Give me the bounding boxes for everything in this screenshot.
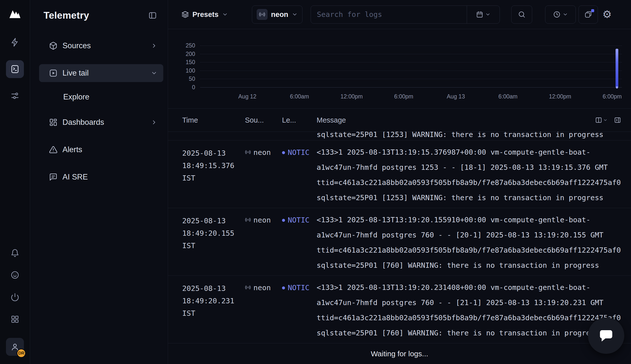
chevron-down-icon (222, 12, 228, 18)
sidebar-item-dashboards[interactable]: Dashboards (39, 114, 163, 131)
x-tick-label: 12:00pm (549, 93, 571, 100)
dashboard-icon (49, 118, 58, 126)
topbar: Presets neon (168, 0, 631, 29)
chevron-down-icon (292, 12, 298, 18)
app-window: DR Telemetry Sources Live tail Explore (0, 0, 631, 364)
live-view-icon (584, 11, 592, 18)
log-table: Time Sou... Le... Message sqlstate=25P01… (168, 109, 631, 364)
sidebar: Telemetry Sources Live tail Explore Dash… (30, 0, 168, 364)
column-header-time[interactable]: Time (182, 116, 245, 124)
column-header-message[interactable]: Message (317, 116, 595, 124)
y-tick-label: 0 (192, 84, 195, 91)
gear-icon: ⚙ (602, 8, 612, 20)
notifications-bell-icon[interactable] (10, 248, 20, 258)
log-level: NOTIC (282, 214, 317, 276)
log-message: <133>1 2025-08-13T13:19:20.231408+00:00 … (317, 280, 621, 343)
sidebar-item-label: AI SRE (63, 172, 157, 182)
level-dot-icon (282, 219, 285, 222)
layers-icon (181, 11, 189, 18)
log-level-name: NOTIC (288, 282, 309, 293)
presets-label: Presets (192, 10, 218, 19)
search-button[interactable] (511, 6, 532, 24)
x-tick-label: Aug 12 (238, 93, 256, 100)
power-icon[interactable] (10, 292, 20, 302)
log-time: 2025-08-13 18:49:15.376 IST (182, 147, 245, 208)
log-time: 2025-08-13 18:49:20.155 IST (182, 214, 245, 276)
sidebar-item-label: Alerts (63, 145, 157, 154)
log-source-name: neon (253, 147, 271, 158)
chevron-down-icon (603, 118, 607, 122)
gridline (200, 70, 622, 71)
chat-widget-button[interactable] (588, 318, 624, 354)
gridline (200, 87, 622, 88)
chevron-down-icon (151, 70, 157, 76)
chart-plot[interactable] (200, 46, 622, 87)
live-view-button[interactable] (578, 6, 598, 24)
sidebar-item-label: Explore (63, 92, 157, 102)
date-range-button[interactable] (467, 6, 500, 23)
log-level: NOTIC (282, 147, 317, 208)
log-source-name: neon (253, 214, 271, 226)
status-bar: Waiting for logs... (168, 343, 631, 364)
log-message: sqlstate=25P01 [1253] WARNING: there is … (317, 132, 631, 140)
app-logo-icon (8, 8, 22, 19)
column-header-source[interactable]: Sou... (245, 116, 282, 124)
log-row[interactable]: 2025-08-13 18:49:20.155 IST neon NOTIC <… (168, 208, 631, 276)
column-header-level[interactable]: Le... (282, 116, 317, 124)
log-source: neon (245, 147, 282, 208)
time-range-button[interactable] (545, 6, 576, 24)
collapse-sidebar-button[interactable] (148, 11, 157, 20)
presets-button[interactable]: Presets (181, 10, 228, 19)
gridline (200, 79, 622, 79)
live-indicator-dot (591, 9, 594, 12)
sidebar-header: Telemetry (30, 0, 168, 21)
search-input[interactable] (311, 6, 467, 23)
main-content: Presets neon (168, 0, 631, 364)
icon-rail: DR (0, 0, 30, 364)
sidebar-item-explore[interactable]: Explore (39, 88, 163, 106)
quickstart-bolt-icon[interactable] (6, 33, 24, 51)
columns-config-button[interactable] (595, 116, 607, 124)
source-selector[interactable]: neon (252, 6, 302, 24)
level-dot-icon (282, 286, 285, 290)
log-source: neon (245, 282, 282, 343)
metrics-sliders-icon[interactable] (6, 87, 24, 105)
log-row[interactable]: 2025-08-13 18:49:20.231 IST neon NOTIC <… (168, 276, 631, 343)
calendar-icon (476, 11, 483, 18)
logs-icon[interactable] (6, 60, 24, 78)
sidebar-item-alerts[interactable]: Alerts (39, 141, 163, 159)
log-level-name: NOTIC (288, 214, 309, 226)
gridline (200, 62, 622, 62)
chart-bar-spike[interactable] (615, 49, 618, 87)
x-tick-label: 6:00am (498, 93, 517, 100)
table-columns-icon (595, 116, 602, 124)
search-icon (518, 11, 525, 18)
y-axis-labels: 250200150100500 (168, 46, 198, 87)
message-square-icon (49, 173, 58, 181)
chevron-right-icon (151, 42, 157, 49)
y-tick-label: 200 (186, 50, 195, 57)
sidebar-item-live-tail[interactable]: Live tail (39, 64, 163, 82)
x-axis-labels: Aug 126:00am12:00pm6:00pmAug 136:00am12:… (200, 93, 622, 101)
apps-grid-icon[interactable] (10, 314, 20, 324)
page-title: Telemetry (44, 10, 89, 21)
log-row[interactable]: 2025-08-13 18:49:15.376 IST neon NOTIC <… (168, 140, 631, 208)
partial-log-row[interactable]: sqlstate=25P01 [1253] WARNING: there is … (168, 132, 631, 140)
log-volume-chart: 250200150100500 Aug 126:00am12:00pm6:00p… (168, 29, 631, 109)
sidebar-item-ai-sre[interactable]: AI SRE (39, 168, 163, 186)
sidebar-nav: Sources Live tail Explore Dashboards Ale… (30, 37, 168, 196)
chevron-down-icon (485, 12, 491, 17)
avatar[interactable]: DR (6, 338, 24, 356)
package-icon (49, 42, 58, 50)
settings-button[interactable]: ⚙ (602, 9, 612, 20)
signal-icon (245, 217, 251, 223)
log-level-name: NOTIC (288, 147, 309, 158)
feedback-chat-icon[interactable] (10, 270, 20, 280)
rail-nav (6, 33, 24, 105)
expand-table-button[interactable] (614, 116, 621, 124)
sidebar-item-sources[interactable]: Sources (39, 37, 163, 55)
sidebar-item-label: Sources (63, 41, 146, 50)
x-tick-label: 6:00pm (394, 93, 413, 100)
sidebar-item-label: Live tail (63, 68, 146, 78)
alert-triangle-icon (49, 146, 58, 154)
